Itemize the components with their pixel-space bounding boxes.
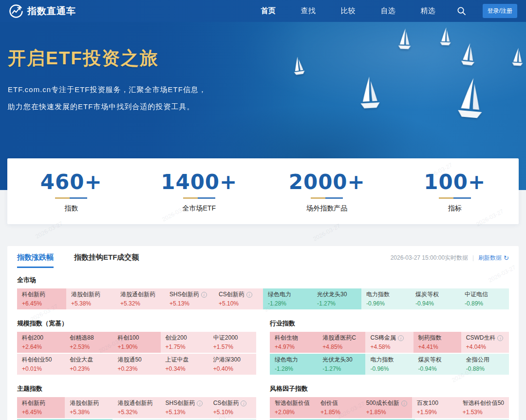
index-cell[interactable]: 港股通创新药+5.32% xyxy=(113,397,160,418)
refresh-icon: ↻ xyxy=(504,254,509,262)
index-change-value: +0.40% xyxy=(213,365,251,373)
index-cell[interactable]: SHS创新药i+5.13% xyxy=(161,397,208,418)
brand: 指数直通车 xyxy=(9,4,76,19)
refresh-data-link[interactable]: 刷新数据 ↻ xyxy=(478,254,509,262)
panel-tabs: 指数涨跌幅指数挂钩ETF成交额 xyxy=(17,253,139,268)
index-name: CS创新药i xyxy=(213,400,251,407)
index-cell[interactable]: 电力指数-0.96% xyxy=(365,354,413,375)
index-change-value: +4.97% xyxy=(275,344,313,351)
index-cell[interactable]: CSWD生科i+4.04% xyxy=(461,332,509,353)
index-name: 百发100 xyxy=(417,400,453,407)
index-name: 上证中盘 xyxy=(166,356,204,363)
index-name: 港股创新药 xyxy=(70,400,108,407)
index-cell[interactable]: 中证电信-0.89% xyxy=(460,288,509,309)
index-cell[interactable]: 光伏龙头30-1.27% xyxy=(318,354,365,375)
index-cell[interactable]: 百发100+1.59% xyxy=(412,397,458,418)
index-name: 光伏龙头30 xyxy=(317,291,357,298)
index-cell[interactable]: 创业大盘+0.23% xyxy=(65,354,113,375)
info-icon[interactable]: i xyxy=(197,401,203,406)
index-change-value: +2.64% xyxy=(22,344,60,351)
index-name-text: 港股通医药C xyxy=(322,334,356,342)
index-cell[interactable]: 科创新药+6.45% xyxy=(17,288,66,309)
index-name: 港股通50 xyxy=(117,356,155,363)
index-cell[interactable]: 创精选88+2.53% xyxy=(65,332,113,353)
index-name: 科创100 xyxy=(117,334,155,342)
index-change-value: +1.59% xyxy=(417,409,453,416)
index-cell[interactable]: CS稀金属i+4.58% xyxy=(365,332,413,353)
index-name-text: SHS创新药 xyxy=(166,400,195,407)
index-cell[interactable]: 绿色电力-1.28% xyxy=(263,288,312,309)
index-change-value: +0.23% xyxy=(117,365,155,373)
index-cell[interactable]: 港股通50+0.23% xyxy=(113,354,160,375)
search-icon[interactable] xyxy=(457,6,466,16)
data-timestamp: 2026-03-27 15:00:00实时数据 xyxy=(391,254,468,262)
index-cell[interactable]: 上证中盘+0.34% xyxy=(161,354,208,375)
index-cell[interactable]: 创业200+1.75% xyxy=(161,332,208,353)
index-cell[interactable]: 制药指数+4.41% xyxy=(413,332,461,353)
index-cell[interactable]: 煤炭等权-0.94% xyxy=(411,288,460,309)
index-change-value: +1.85% xyxy=(366,409,407,416)
tab-etf-turnover[interactable]: 指数挂钩ETF成交额 xyxy=(74,253,139,268)
index-cell[interactable]: 港股创新药+5.38% xyxy=(66,288,115,309)
info-icon[interactable]: i xyxy=(246,292,252,298)
index-cell[interactable]: 光伏龙头30-1.27% xyxy=(312,288,361,309)
heatmap-row: 科创新药+6.45%港股创新药+5.38%港股通创新药+5.32%SHS创新药i… xyxy=(17,397,256,418)
index-cell[interactable]: 科创新药+6.45% xyxy=(17,397,65,418)
nav-item-featured[interactable]: 精选 xyxy=(421,6,435,16)
index-cell[interactable]: 电力指数-0.96% xyxy=(361,288,411,309)
index-name: 全指公用 xyxy=(466,356,504,363)
stat-underline xyxy=(439,197,471,199)
index-change-value: +4.85% xyxy=(322,344,360,351)
section-title-industry: 行业指数 xyxy=(270,319,509,328)
index-name: 智选创新价值 xyxy=(275,400,311,407)
index-name-text: 电力指数 xyxy=(370,356,394,363)
index-name: 科创创业50 xyxy=(22,356,60,363)
index-change-value: +0.01% xyxy=(22,365,60,373)
login-register-button[interactable]: 登录/注册 xyxy=(483,4,517,18)
index-name-text: 港股通创新药 xyxy=(120,291,155,298)
tab-index-change[interactable]: 指数涨跌幅 xyxy=(17,253,54,268)
index-cell[interactable]: 智选创新价值+2.08% xyxy=(270,397,316,418)
info-icon[interactable]: i xyxy=(401,401,407,406)
index-cell[interactable]: CS创新药i+5.10% xyxy=(214,288,263,309)
index-cell[interactable]: 科创生物+4.97% xyxy=(270,332,318,353)
index-cell[interactable]: 全指公用-0.88% xyxy=(461,354,509,375)
meta-divider xyxy=(473,255,473,261)
index-cell[interactable]: 科创100+1.90% xyxy=(113,332,160,353)
index-name-text: 制药指数 xyxy=(418,334,442,342)
index-cell[interactable]: 500成长创新i+1.85% xyxy=(361,397,412,418)
nav-item-find[interactable]: 查找 xyxy=(301,6,316,16)
index-cell[interactable]: 港股创新药+5.38% xyxy=(65,397,113,418)
index-cell[interactable]: 科创创业50+0.01% xyxy=(17,354,65,375)
info-icon[interactable]: i xyxy=(398,335,404,341)
index-name: 智选科创价值50 xyxy=(463,400,504,407)
index-change-value: +6.45% xyxy=(22,409,60,416)
index-name-text: 创价值 xyxy=(320,400,338,407)
hero-subtitle-line1: ETF.com.cn专注于ETF投资服务，汇聚全市场ETF信息， xyxy=(8,85,526,95)
index-name: 创价值 xyxy=(320,400,357,407)
index-cell[interactable]: 创价值+1.85% xyxy=(316,397,361,418)
index-name: CSWD生科i xyxy=(466,334,504,342)
index-cell[interactable]: 智选科创价值50+1.53% xyxy=(458,397,509,418)
nav-item-compare[interactable]: 比较 xyxy=(341,6,356,16)
index-cell[interactable]: SHS创新药i+5.13% xyxy=(165,288,214,309)
info-icon[interactable]: i xyxy=(497,335,503,341)
index-cell[interactable]: 中证2000+1.57% xyxy=(208,332,256,353)
hero-subtitle-line2: 助力您在快速发展的ETF市场中找到合适的投资工具。 xyxy=(8,102,526,112)
info-icon[interactable]: i xyxy=(201,292,207,298)
index-cell[interactable]: 绿色电力-1.28% xyxy=(270,354,318,375)
index-name-text: 上证中盘 xyxy=(166,356,189,363)
index-cell[interactable]: 港股通创新药+5.32% xyxy=(115,288,165,309)
index-name: 电力指数 xyxy=(366,291,406,298)
info-icon[interactable]: i xyxy=(241,401,246,406)
brand-logo-icon xyxy=(9,4,23,19)
index-cell[interactable]: 科创200+2.64% xyxy=(17,332,65,353)
index-cell[interactable]: CS创新药i+5.10% xyxy=(208,397,256,418)
nav-item-watchlist[interactable]: 自选 xyxy=(381,6,395,16)
index-cell[interactable]: 煤炭等权-0.94% xyxy=(413,354,461,375)
index-change-value: +5.10% xyxy=(213,409,251,416)
index-cell[interactable]: 沪港深300+0.40% xyxy=(208,354,256,375)
index-name-text: 科创新药 xyxy=(22,400,45,407)
index-cell[interactable]: 港股通医药C+4.85% xyxy=(318,332,365,353)
nav-item-home[interactable]: 首页 xyxy=(261,6,276,16)
